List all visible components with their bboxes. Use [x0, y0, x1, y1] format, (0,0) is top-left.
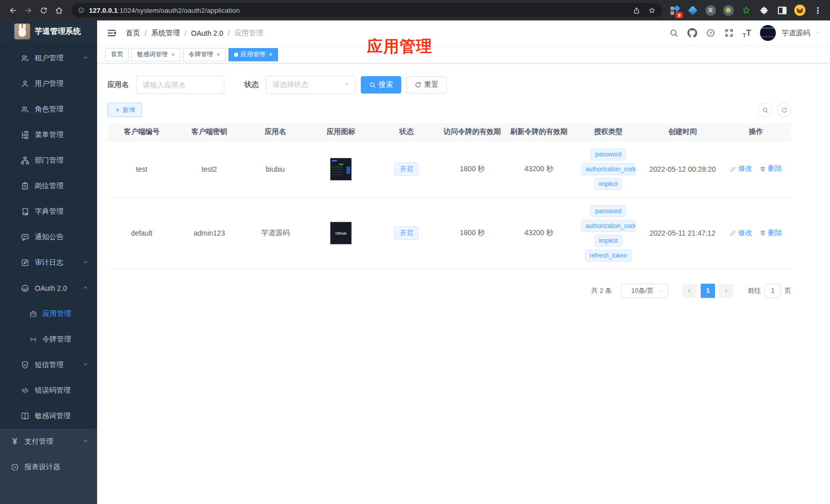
sidebar-item-oauth-application[interactable]: 应用管理: [0, 301, 97, 327]
page-number-1[interactable]: 1: [701, 284, 715, 298]
sidebar-item-error-code[interactable]: 错误码管理: [0, 378, 97, 403]
sidebar-item-sensitive-word[interactable]: 敏感词管理: [0, 403, 97, 429]
bookmark-star-icon[interactable]: [644, 3, 659, 18]
tab-close-icon[interactable]: ×: [269, 52, 272, 58]
sidebar-item-label: 角色管理: [35, 105, 63, 114]
extension-grid-icon[interactable]: 9: [667, 3, 682, 17]
status-select[interactable]: 请选择状态: [266, 76, 356, 94]
url-bar[interactable]: 127.0.0.1:1024/system/oauth2/oauth2/appl…: [72, 3, 662, 17]
sidebar-item-notice[interactable]: 通知公告: [0, 224, 97, 250]
report-icon: [10, 463, 19, 472]
delete-link[interactable]: 删除: [759, 164, 782, 173]
extension-badge: 9: [676, 12, 683, 18]
tab-close-icon[interactable]: ×: [171, 52, 175, 58]
refresh-table-button[interactable]: [777, 103, 791, 117]
chevron-up-icon: [82, 284, 89, 292]
extension-star-icon[interactable]: [739, 3, 753, 17]
extension-command-icon[interactable]: ⌘: [703, 3, 718, 17]
prev-page-button[interactable]: [682, 284, 697, 298]
sidebar-item-dict[interactable]: 字典管理: [0, 199, 97, 224]
sidebar-collapse-icon[interactable]: [106, 28, 118, 39]
chevron-left-icon: [686, 288, 693, 294]
help-icon[interactable]: [706, 28, 716, 38]
sidebar-item-oauth-token[interactable]: 令牌管理: [0, 327, 97, 352]
sidebar-item-dept[interactable]: 部门管理: [0, 148, 97, 173]
chevron-down-icon: [82, 259, 89, 267]
user-avatar[interactable]: [760, 25, 776, 41]
extension-record-icon[interactable]: [721, 3, 735, 17]
yen-icon: ¥: [10, 437, 19, 447]
fullscreen-icon[interactable]: [724, 28, 734, 38]
edit-link[interactable]: 修改: [730, 164, 752, 173]
col-created: 创建时间: [644, 123, 721, 141]
reset-button[interactable]: 重置: [406, 76, 447, 94]
grant-type-tags: password authorization_code implicit ref…: [574, 205, 642, 262]
grant-tag: implicit: [594, 235, 622, 247]
show-search-toggle-button[interactable]: [758, 103, 772, 117]
col-refresh-ttl: 刷新令牌的有效期: [505, 123, 572, 141]
chevron-down-icon: [82, 361, 89, 369]
sidebar-item-menu[interactable]: 菜单管理: [0, 122, 97, 148]
browser-menu-icon[interactable]: ⋮: [811, 3, 825, 17]
sidebar-item-payment[interactable]: ¥ 支付管理: [0, 429, 97, 454]
breadcrumb-oauth[interactable]: OAuth 2.0: [191, 29, 223, 37]
tenant-icon: [20, 54, 30, 63]
goto-page-input[interactable]: [765, 284, 781, 298]
site-info-icon[interactable]: [78, 7, 85, 14]
col-status: 状态: [374, 123, 439, 141]
extensions-puzzle-icon[interactable]: [757, 3, 771, 17]
github-icon[interactable]: [687, 28, 697, 38]
cell-client-id: default: [107, 197, 176, 269]
breadcrumb-system[interactable]: 系统管理: [151, 29, 180, 38]
next-page-button[interactable]: [719, 284, 733, 298]
sidebar-item-audit-log[interactable]: 审计日志: [0, 250, 97, 276]
add-button[interactable]: 新增: [107, 103, 142, 117]
search-icon[interactable]: [669, 28, 679, 38]
tab-close-icon[interactable]: ×: [217, 52, 220, 58]
grant-type-tags: password authorization_code implicit: [574, 148, 642, 190]
sidebar-item-tenant[interactable]: 租户管理: [0, 45, 97, 71]
extension-gem-icon[interactable]: [685, 3, 700, 17]
breadcrumb-home[interactable]: 首页: [126, 29, 140, 38]
profile-avatar-icon[interactable]: [793, 3, 807, 17]
sidebar-item-report-designer[interactable]: 报表设计器: [0, 454, 97, 480]
app-name-input[interactable]: [136, 76, 224, 94]
browser-home-button[interactable]: [51, 3, 66, 18]
username[interactable]: 芋道源码: [781, 29, 810, 38]
col-actions: 操作: [721, 123, 791, 141]
dictionary-icon: [20, 207, 30, 216]
tab-sensitive-word[interactable]: 敏感词管理 ×: [131, 48, 180, 61]
top-navbar: 首页 / 系统管理 / OAuth 2.0 / 应用管理 TT 芋道源码: [97, 20, 830, 46]
status-placeholder: 请选择状态: [272, 80, 343, 89]
edit-link[interactable]: 修改: [730, 228, 752, 238]
sidebar-item-post[interactable]: 岗位管理: [0, 173, 97, 199]
page-size-select[interactable]: 10条/页: [621, 284, 668, 298]
browser-back-button[interactable]: [5, 3, 20, 18]
font-size-icon[interactable]: TT: [743, 28, 751, 38]
tab-home[interactable]: 首页: [105, 48, 129, 61]
col-app-icon: 应用图标: [308, 123, 374, 141]
sidebar-item-sms[interactable]: 短信管理: [0, 352, 97, 378]
browser-reload-button[interactable]: [36, 3, 51, 18]
app-logo[interactable]: 芋道管理系统: [0, 20, 97, 42]
tab-token[interactable]: 令牌管理 ×: [183, 48, 226, 61]
share-icon[interactable]: [629, 3, 644, 18]
goto-label: 前往: [748, 286, 761, 295]
side-panel-icon[interactable]: [775, 3, 789, 17]
sidebar-item-role[interactable]: 角色管理: [0, 97, 97, 122]
browser-forward-button[interactable]: [20, 3, 36, 18]
url-path: :1024/system/oauth2/oauth2/application: [118, 7, 240, 14]
tab-application[interactable]: 应用管理 ×: [228, 48, 278, 61]
search-icon: [762, 107, 769, 113]
table-row: default admin123 芋道源码 GitHub 开启 1800 秒 4…: [107, 197, 791, 269]
cell-secret: admin123: [176, 197, 242, 269]
caret-down-icon[interactable]: [815, 29, 821, 38]
applications-table: 客户端编号 客户端密钥 应用名 应用图标 状态 访问令牌的有效期 刷新令牌的有效…: [107, 123, 791, 269]
sidebar-item-user[interactable]: 用户管理: [0, 71, 97, 97]
sidebar-item-oauth[interactable]: OAuth 2.0: [0, 276, 97, 301]
sidebar-item-label: 菜单管理: [35, 130, 63, 140]
sidebar-item-label: 岗位管理: [35, 181, 63, 191]
delete-link[interactable]: 删除: [759, 228, 782, 238]
cell-app-name: 芋道源码: [243, 197, 308, 269]
search-button[interactable]: 搜索: [361, 76, 401, 94]
